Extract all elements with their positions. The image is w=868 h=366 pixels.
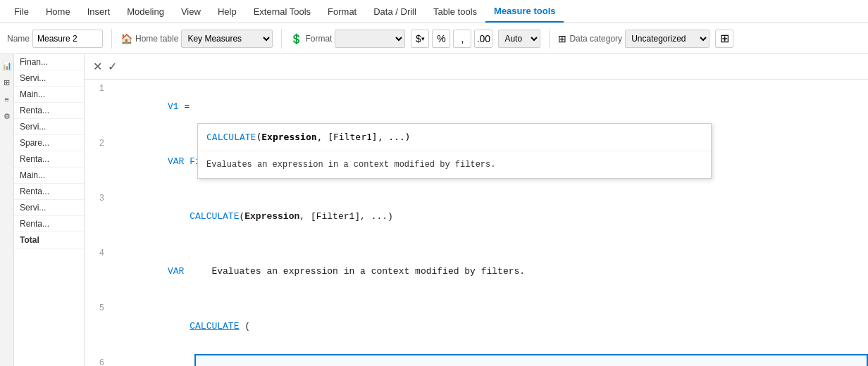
code-line-4: 4 VAR Evaluates an expression in a conte… [85, 244, 868, 299]
home-table-group: 🏠 Home table Key Measures [120, 30, 273, 48]
autocomplete-popup: CALCULATE(Expression, [Filter1], ...) Ev… [197, 123, 712, 179]
line-content-4: VAR Evaluates an expression in a context… [110, 244, 868, 299]
format-group: 💲 Format [290, 30, 405, 48]
line-num-4: 4 [85, 244, 110, 263]
indent-5 [168, 321, 190, 332]
format-select[interactable] [335, 30, 405, 48]
name-input[interactable] [32, 30, 103, 48]
dollar-sign: $ [416, 33, 421, 44]
divider-2 [281, 29, 282, 49]
kw-v1: V1 [168, 101, 179, 112]
autocomplete-header: CALCULATE(Expression, [Filter1], ...) [198, 124, 711, 151]
filter-icon[interactable]: ⚙ [1, 111, 13, 122]
line-num-5: 5 [85, 299, 110, 317]
autocomplete-desc: Evaluates an expression in a context mod… [198, 151, 711, 178]
field-item[interactable]: Main... [14, 168, 84, 184]
percent-btn[interactable]: % [432, 30, 450, 48]
menu-data-drill[interactable]: Data / Drill [365, 0, 425, 23]
fn-calculate-3: CALCULATE [190, 211, 239, 222]
dollar-dropdown-btn[interactable]: $ ▾ [411, 30, 429, 48]
field-item[interactable]: Main... [14, 87, 84, 103]
name-label: Name [7, 34, 30, 44]
field-item[interactable]: Renta... [14, 184, 84, 200]
kw-expression: Expression [244, 211, 299, 222]
eq-1: = [179, 101, 190, 112]
data-category-label: Data category [569, 34, 622, 44]
field-item[interactable]: Servi... [14, 200, 84, 216]
fn-calculate-5: CALCULATE [190, 321, 239, 332]
divider-3 [549, 29, 550, 49]
menu-modeling[interactable]: Modeling [118, 0, 173, 23]
menu-help[interactable]: Help [209, 0, 245, 23]
space-4: Evaluates an expression in a context mod… [184, 266, 525, 277]
menu-format[interactable]: Format [319, 0, 365, 23]
code-line-3: 3 CALCULATE(Expression, [Filter1], ...) [85, 189, 868, 244]
currency-group: $ ▾ % , .00 [411, 30, 492, 48]
cancel-button[interactable]: ✕ [90, 58, 105, 75]
kw-var-4: VAR [168, 266, 184, 277]
menu-view[interactable]: View [173, 0, 209, 23]
code-line-6: 6 VAR FinancialLevelAndSelectedDates = [85, 354, 868, 366]
ac-fn: CALCULATE [206, 132, 256, 142]
confirm-button[interactable]: ✓ [105, 58, 120, 75]
format-label: Format [305, 34, 332, 44]
comma-btn[interactable]: , [453, 30, 471, 48]
format-icon: 💲 [290, 33, 302, 44]
menu-measure-tools[interactable]: Measure tools [485, 0, 564, 23]
fields-panel: Finan... Servi... Main... Renta... Servi… [14, 54, 85, 366]
editor-area: ✕ ✓ 1 V1 = 2 VAR FinancialLevelInFilterC… [85, 54, 868, 366]
field-item[interactable]: Servi... [14, 119, 84, 135]
line-num-6: 6 [85, 354, 110, 366]
divider-1 [111, 29, 112, 49]
field-item[interactable]: Spare... [14, 135, 84, 151]
line-content-3: CALCULATE(Expression, [Filter1], ...) [110, 189, 868, 244]
menu-insert[interactable]: Insert [79, 0, 119, 23]
percent-sign: % [437, 33, 445, 44]
rest-3: , [Filter1], ...) [299, 211, 393, 222]
decimal-btn[interactable]: .00 [474, 30, 492, 48]
home-table-label: Home table [135, 34, 178, 44]
field-item-total[interactable]: Total [14, 232, 84, 248]
paren-5: ( [239, 321, 250, 332]
menu-table-tools[interactable]: Table tools [425, 0, 485, 23]
data-category-select[interactable]: Uncategorized [625, 30, 709, 48]
dropdown-arrow: ▾ [421, 35, 425, 42]
grid-icon-btn[interactable]: ⊞ [715, 30, 733, 48]
field-item[interactable]: Renta... [14, 216, 84, 232]
sidebar: 📊 ⊞ ≡ ⚙ [0, 54, 14, 366]
line-content-5: CALCULATE ( [110, 299, 868, 354]
line-num-3: 3 [85, 189, 110, 208]
code-line-5: 5 CALCULATE ( [85, 299, 868, 354]
comma-sign: , [461, 33, 464, 44]
code-editor[interactable]: 1 V1 = 2 VAR FinancialLevelInFilterConte… [85, 80, 868, 366]
data-category-group: ⊞ Data category Uncategorized [558, 30, 709, 48]
auto-select[interactable]: Auto [498, 30, 540, 48]
field-item[interactable]: Renta... [14, 103, 84, 119]
hierarchy-icon[interactable]: ≡ [1, 94, 13, 105]
menu-external-tools[interactable]: External Tools [245, 0, 319, 23]
indent-3 [168, 211, 190, 222]
decimal-sign: .00 [477, 33, 490, 44]
selected-region: 6 VAR FinancialLevelAndSelectedDates = 7… [85, 354, 868, 366]
ac-sig: (Expression, [Filter1], ...) [256, 132, 410, 142]
data-category-icon: ⊞ [558, 33, 566, 44]
kw-var-2: VAR [168, 156, 184, 167]
chart-icon[interactable]: 📊 [1, 60, 13, 71]
home-table-select[interactable]: Key Measures [181, 30, 273, 48]
menu-home[interactable]: Home [37, 0, 79, 23]
field-item[interactable]: Servi... [14, 70, 84, 87]
line-content-6: VAR FinancialLevelAndSelectedDates = [110, 354, 868, 366]
menu-bar: File Home Insert Modeling View Help Exte… [0, 0, 868, 23]
toolbar-ribbon: Name 🏠 Home table Key Measures 💲 Format … [0, 23, 868, 54]
field-item[interactable]: Renta... [14, 151, 84, 168]
main-content: 📊 ⊞ ≡ ⚙ Finan... Servi... Main... Renta.… [0, 54, 868, 366]
table-icon[interactable]: ⊞ [1, 77, 13, 88]
line-num-1: 1 [85, 80, 110, 98]
menu-file[interactable]: File [6, 0, 37, 23]
field-item[interactable]: Finan... [14, 54, 84, 70]
home-icon: 🏠 [120, 33, 132, 44]
name-group: Name [7, 30, 103, 48]
line-num-2: 2 [85, 134, 110, 153]
editor-toolbar: ✕ ✓ [85, 54, 868, 80]
